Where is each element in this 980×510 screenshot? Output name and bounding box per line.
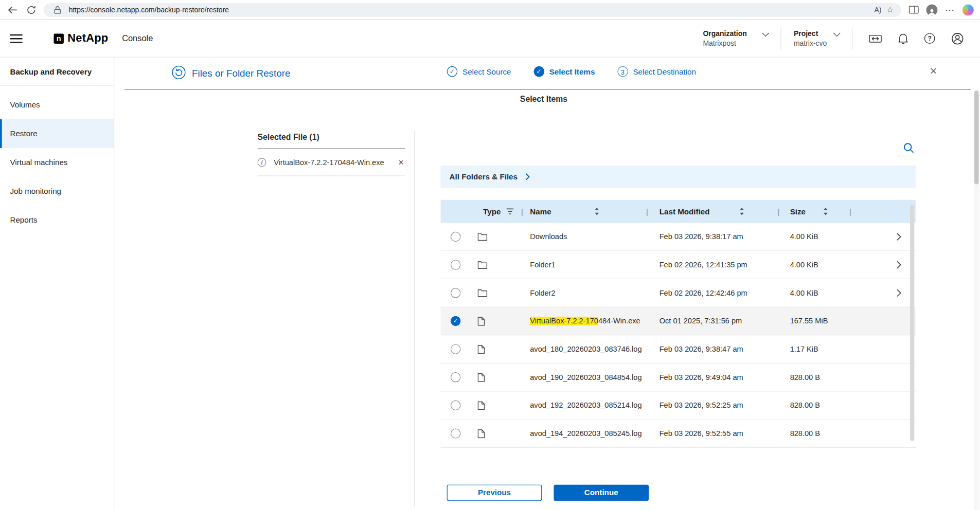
step-number: 3: [617, 66, 628, 77]
row-name: avod_190_20260203_084854.log: [530, 373, 642, 381]
sidebar-item-job-monitoring[interactable]: Job monitoring: [0, 177, 114, 206]
row-open-chevron-icon[interactable]: [896, 261, 902, 269]
chevron-down-icon: [833, 29, 841, 37]
remove-selected-file-icon[interactable]: ×: [397, 157, 405, 168]
row-radio[interactable]: ✓: [451, 316, 460, 326]
row-last-modified: Feb 03 2026, 9:38:17 am: [660, 232, 743, 241]
selected-files-panel: Selected File (1) i VirtualBox-7.2.2-170…: [258, 133, 405, 176]
row-last-modified: Feb 03 2026, 9:49:04 am: [660, 373, 743, 381]
row-size: 828.00 B: [790, 429, 820, 438]
step-select-destination[interactable]: 3 Select Destination: [617, 66, 696, 77]
table-row[interactable]: ✓ avod_192_20260203_085214.log Feb 03 20…: [441, 392, 916, 420]
row-last-modified: Feb 03 2026, 9:38:47 am: [660, 345, 743, 354]
row-open-chevron-icon[interactable]: [896, 288, 902, 297]
browser-profile-avatar[interactable]: [926, 4, 937, 15]
file-icon: [477, 344, 485, 354]
row-last-modified: Oct 01 2025, 7:31:56 pm: [660, 317, 742, 325]
step-active-check-icon: ✓: [533, 66, 544, 77]
favorite-star-icon[interactable]: ☆: [886, 5, 894, 14]
restore-wizard-icon: [172, 66, 186, 82]
sidebar-item-restore[interactable]: Restore: [0, 119, 114, 148]
folder-icon: [477, 288, 487, 297]
row-size: 4.00 KiB: [790, 288, 818, 297]
sort-icon[interactable]: [824, 207, 829, 215]
browser-menu-icon[interactable]: ⋯: [943, 4, 956, 16]
row-name: Downloads: [530, 232, 567, 241]
address-bar[interactable]: https://console.netapp.com/backup-restor…: [44, 3, 901, 16]
row-size: 4.00 KiB: [790, 232, 818, 241]
header-last-modified[interactable]: Last Modified |: [650, 200, 781, 223]
breadcrumb-chevron-icon: [525, 173, 530, 181]
selected-file-name: VirtualBox-7.2.2-170484-Win.exe: [274, 158, 397, 167]
help-icon[interactable]: ?: [924, 33, 935, 44]
filter-icon[interactable]: [506, 208, 514, 215]
breadcrumb: All Folders & Files: [441, 166, 916, 188]
sidebar: Backup and Recovery VolumesRestoreVirtua…: [0, 58, 114, 510]
account-icon[interactable]: [951, 32, 964, 45]
header-type[interactable]: Type |: [471, 200, 525, 223]
close-icon[interactable]: ×: [930, 65, 937, 77]
table-row[interactable]: ✓ avod_180_20260203_083746.log Feb 03 20…: [441, 335, 916, 363]
table-row[interactable]: ✓ Folder2 Feb 02 2026, 12:42:46 pm 4.00 …: [441, 279, 916, 307]
row-name: VirtualBox-7.2.2-170484-Win.exe: [530, 317, 640, 325]
hamburger-menu-icon[interactable]: [10, 34, 22, 43]
sidebar-item-virtual-machines[interactable]: Virtual machines: [0, 148, 114, 177]
table-scrollbar-thumb[interactable]: [910, 205, 915, 441]
folder-icon: [477, 232, 487, 241]
header-size[interactable]: Size |: [781, 200, 853, 223]
split-screen-icon[interactable]: [907, 4, 920, 16]
file-icon: [477, 429, 485, 438]
page-scrollbar-thumb[interactable]: [974, 90, 979, 184]
refresh-icon[interactable]: [25, 4, 38, 16]
table-row[interactable]: ✓ Downloads Feb 03 2026, 9:38:17 am 4.00…: [441, 223, 916, 251]
sidebar-item-volumes[interactable]: Volumes: [0, 90, 114, 119]
table-row[interactable]: ✓ Folder1 Feb 02 2026, 12:41:35 pm 4.00 …: [441, 251, 916, 279]
table-scrollbar: [910, 201, 915, 446]
row-radio[interactable]: ✓: [451, 232, 460, 242]
table-row[interactable]: ✓ avod_190_20260203_084854.log Feb 03 20…: [441, 363, 916, 392]
panel-divider: [414, 131, 415, 507]
header-name[interactable]: Name |: [525, 200, 650, 223]
row-last-modified: Feb 02 2026, 12:42:46 pm: [660, 288, 747, 297]
notifications-bell-icon[interactable]: [898, 33, 908, 44]
netapp-logo: n NetApp: [54, 32, 108, 45]
sort-icon[interactable]: [739, 207, 744, 215]
row-name: avod_192_20260203_085214.log: [530, 401, 642, 410]
selected-file-item: i VirtualBox-7.2.2-170484-Win.exe ×: [258, 149, 405, 176]
row-size: 167.55 MiB: [790, 317, 828, 325]
row-radio[interactable]: ✓: [451, 260, 460, 269]
page-scrollbar: [974, 89, 979, 510]
table-row[interactable]: ✓ avod_194_20260203_085245.log Feb 03 20…: [441, 420, 916, 448]
search-icon[interactable]: [903, 142, 915, 156]
file-icon: [477, 316, 485, 325]
project-dropdown[interactable]: Project matrix-cvo: [781, 30, 852, 47]
table-header-row: Type | Name | Last Modified: [441, 200, 916, 223]
sort-icon[interactable]: [595, 207, 600, 215]
row-radio[interactable]: ✓: [451, 372, 460, 382]
step-select-items[interactable]: ✓ Select Items: [533, 66, 595, 77]
table-row[interactable]: ✓ VirtualBox-7.2.2-170484-Win.exe Oct 01…: [441, 307, 916, 336]
read-aloud-icon[interactable]: A): [874, 6, 881, 14]
header-select-col: [441, 200, 471, 223]
back-icon[interactable]: [6, 4, 19, 16]
previous-button[interactable]: Previous: [447, 485, 542, 501]
row-radio[interactable]: ✓: [451, 400, 460, 410]
step-select-source[interactable]: ✓ Select Source: [447, 66, 511, 77]
connector-icon[interactable]: [869, 33, 882, 43]
row-radio[interactable]: ✓: [451, 428, 460, 438]
row-radio[interactable]: ✓: [451, 288, 460, 298]
site-info-lock-icon[interactable]: [51, 4, 64, 16]
copilot-icon[interactable]: [963, 4, 974, 15]
breadcrumb-root-link[interactable]: All Folders & Files: [450, 172, 518, 181]
row-open-chevron-icon[interactable]: [896, 232, 902, 241]
info-icon[interactable]: i: [258, 158, 266, 167]
app-header: n NetApp Console Organization Matrixpost…: [0, 20, 980, 58]
project-value: matrix-cvo: [794, 40, 840, 47]
row-size: 1.17 KiB: [790, 345, 818, 354]
continue-button[interactable]: Continue: [554, 485, 649, 501]
sidebar-item-reports[interactable]: Reports: [0, 206, 114, 234]
url-text[interactable]: https://console.netapp.com/backup-restor…: [69, 6, 869, 14]
row-radio[interactable]: ✓: [451, 344, 460, 354]
file-table: Type | Name | Last Modified: [441, 200, 916, 448]
organization-dropdown[interactable]: Organization Matrixpost: [690, 30, 780, 47]
